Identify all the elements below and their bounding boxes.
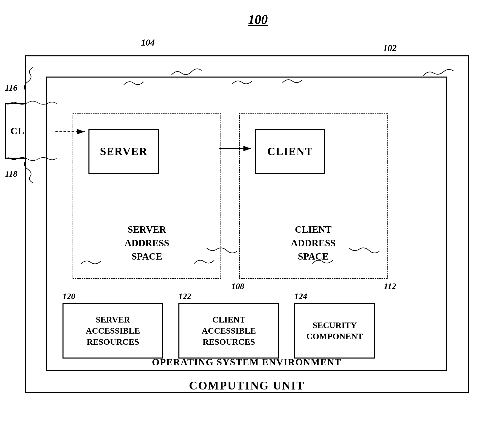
- computing-unit-label: COMPUTING UNIT: [184, 379, 310, 392]
- label-118: 118: [5, 169, 17, 179]
- client-accessible-label: CLIENTACCESSIBLERESOURCES: [202, 314, 256, 348]
- server-accessible-resources-box: SERVERACCESSIBLERESOURCES: [62, 303, 163, 359]
- resource-row: 120 SERVERACCESSIBLERESOURCES 122 CLIENT…: [62, 292, 435, 359]
- client-inner-box: CLIENT: [255, 129, 325, 174]
- server-addr-text: SERVERADDRESSSPACE: [73, 223, 220, 263]
- computing-unit-box: COMPUTING UNIT OPERATING SYSTEM ENVIRONM…: [25, 55, 469, 393]
- label-122: 122: [178, 292, 191, 301]
- client-addr-text: CLIENTADDRESSSPACE: [240, 223, 387, 263]
- security-component-label: SECURITYCOMPONENT: [306, 320, 363, 342]
- security-component-box: SECURITYCOMPONENT: [294, 303, 375, 359]
- diagram: 100 CLIENT 116 118 102 104 COMPUTING UNI…: [0, 0, 504, 426]
- label-102: 102: [383, 43, 397, 53]
- label-104: 104: [141, 37, 155, 48]
- label-120: 120: [62, 292, 75, 301]
- server-accessible-label: SERVERACCESSIBLERESOURCES: [86, 314, 140, 348]
- server-label: SERVER: [100, 145, 148, 158]
- client-inner-label: CLIENT: [267, 145, 313, 158]
- label-108: 108: [231, 281, 244, 291]
- client-accessible-resources-box: CLIENTACCESSIBLERESOURCES: [178, 303, 279, 359]
- figure-number: 100: [248, 12, 268, 27]
- label-112: 112: [384, 281, 396, 291]
- server-box: SERVER: [88, 129, 159, 174]
- label-116: 116: [5, 83, 17, 93]
- label-124: 124: [294, 292, 307, 301]
- server-addr-space-box: SERVER SERVERADDRESSSPACE: [73, 113, 221, 279]
- os-env-box: OPERATING SYSTEM ENVIRONMENT 106 114 110…: [46, 77, 447, 371]
- client-addr-space-box: CLIENT CLIENTADDRESSSPACE: [239, 113, 388, 279]
